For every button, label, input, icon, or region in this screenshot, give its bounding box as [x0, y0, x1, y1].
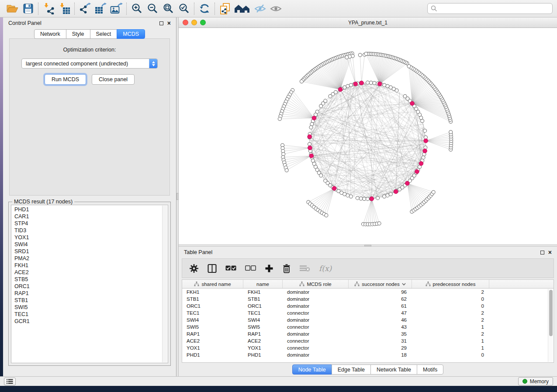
- cell-successor-nodes[interactable]: 31: [349, 338, 412, 344]
- cell-MCDS-role[interactable]: dominator: [283, 331, 349, 337]
- show-all-button[interactable]: [268, 2, 284, 16]
- column-header-MCDS-role[interactable]: MCDS role: [283, 280, 349, 288]
- close-panel-icon[interactable]: ×: [548, 250, 552, 254]
- mcds-result-item[interactable]: PHD1: [14, 206, 160, 213]
- cell-predecessor-nodes[interactable]: 2: [412, 331, 489, 337]
- close-panel-button[interactable]: Close panel: [92, 74, 135, 85]
- mcds-result-item[interactable]: STP4: [14, 220, 160, 227]
- mcds-result-item[interactable]: TID3: [14, 227, 160, 234]
- node-table-row[interactable]: PHD1PHD1dominator180: [182, 351, 554, 358]
- cell-predecessor-nodes[interactable]: 1: [412, 324, 489, 330]
- cell-name[interactable]: ACE2: [243, 338, 283, 344]
- duplicate-network-button[interactable]: [217, 2, 233, 16]
- cell-predecessor-nodes[interactable]: 2: [412, 310, 489, 316]
- cell-predecessor-nodes[interactable]: 0: [412, 296, 489, 302]
- column-view-button[interactable]: [208, 262, 217, 275]
- cell-MCDS-role[interactable]: dominator: [283, 296, 349, 302]
- mcds-result-item[interactable]: SWI5: [14, 304, 160, 311]
- cell-name[interactable]: ORC1: [243, 303, 283, 309]
- apply-layout-button[interactable]: [197, 2, 212, 16]
- cell-shared-name[interactable]: PHD1: [182, 352, 243, 358]
- node-table-row[interactable]: YOX1YOX1connector291: [182, 344, 554, 351]
- mcds-result-item[interactable]: FKH1: [14, 262, 160, 269]
- first-neighbors-button[interactable]: [233, 2, 252, 16]
- cell-name[interactable]: SWI4: [243, 317, 283, 323]
- splitter-grip[interactable]: [364, 245, 371, 247]
- cell-successor-nodes[interactable]: 43: [349, 324, 412, 330]
- cell-predecessor-nodes[interactable]: 0: [412, 303, 489, 309]
- tab-edge-table[interactable]: Edge Table: [332, 364, 371, 375]
- tab-node-table[interactable]: Node Table: [292, 364, 332, 375]
- cell-shared-name[interactable]: YOX1: [182, 345, 243, 351]
- network-view-canvas[interactable]: [179, 28, 557, 244]
- zoom-selected-button[interactable]: [176, 2, 192, 16]
- cell-shared-name[interactable]: STB1: [182, 296, 243, 302]
- table-scrollbar[interactable]: [548, 289, 553, 362]
- cell-predecessor-nodes[interactable]: 1: [412, 345, 489, 351]
- cell-predecessor-nodes[interactable]: 1: [412, 338, 489, 344]
- mcds-result-item[interactable]: ORC1: [14, 283, 160, 290]
- node-table-row[interactable]: ACE2ACE2connector311: [182, 337, 554, 344]
- cell-successor-nodes[interactable]: 96: [349, 289, 412, 295]
- cell-shared-name[interactable]: FKH1: [182, 289, 243, 295]
- cell-MCDS-role[interactable]: dominator: [283, 317, 349, 323]
- save-session-button[interactable]: [20, 2, 36, 16]
- run-mcds-button[interactable]: Run MCDS: [45, 74, 86, 85]
- node-table-row[interactable]: ORC1ORC1dominator610: [182, 303, 554, 309]
- mcds-result-item[interactable]: YOX1: [14, 234, 160, 241]
- scrollbar-thumb[interactable]: [549, 290, 553, 336]
- mcds-result-item[interactable]: RAP1: [14, 290, 160, 297]
- cell-shared-name[interactable]: RAP1: [182, 331, 243, 337]
- cell-successor-nodes[interactable]: 47: [349, 310, 412, 316]
- function-builder-button[interactable]: f(x): [319, 262, 332, 275]
- delete-column-button[interactable]: [282, 262, 291, 275]
- table-settings-button[interactable]: [189, 262, 199, 275]
- column-header-predecessor-nodes[interactable]: predecessor nodes: [412, 280, 489, 288]
- cell-name[interactable]: PHD1: [243, 352, 283, 358]
- node-table-row[interactable]: RAP1RAP1dominator352: [182, 330, 554, 337]
- cell-successor-nodes[interactable]: 61: [349, 303, 412, 309]
- cell-name[interactable]: STB1: [243, 296, 283, 302]
- cell-name[interactable]: SWI5: [243, 324, 283, 330]
- cell-shared-name[interactable]: SWI5: [182, 324, 243, 330]
- cell-MCDS-role[interactable]: dominator: [283, 352, 349, 358]
- cell-shared-name[interactable]: ACE2: [182, 338, 243, 344]
- hide-selected-button[interactable]: [252, 2, 268, 16]
- cell-predecessor-nodes[interactable]: 0: [412, 352, 489, 358]
- import-table-button[interactable]: [56, 2, 72, 16]
- cell-name[interactable]: RAP1: [243, 331, 283, 337]
- mcds-result-item[interactable]: STB1: [14, 297, 160, 304]
- open-file-button[interactable]: [4, 2, 20, 16]
- zoom-out-button[interactable]: [145, 2, 160, 16]
- node-table-row[interactable]: STB1STB1dominator620: [182, 296, 554, 303]
- search-input[interactable]: [440, 6, 549, 12]
- node-table-row[interactable]: FKH1FKH1dominator962: [182, 289, 554, 296]
- mcds-result-item[interactable]: STB5: [14, 276, 160, 283]
- export-network-button[interactable]: [77, 2, 93, 16]
- node-table-row[interactable]: SWI5SWI5connector431: [182, 323, 554, 330]
- zoom-fit-button[interactable]: [160, 2, 176, 16]
- close-panel-icon[interactable]: ×: [167, 21, 171, 25]
- mcds-list-scrollbar[interactable]: [162, 206, 167, 362]
- search-box[interactable]: [427, 3, 553, 14]
- mcds-result-item[interactable]: TEC1: [14, 311, 160, 318]
- mcds-result-item[interactable]: GCR1: [14, 318, 160, 325]
- float-panel-icon[interactable]: [159, 21, 163, 25]
- import-network-button[interactable]: [41, 2, 56, 16]
- cell-MCDS-role[interactable]: connector: [283, 310, 349, 316]
- cell-shared-name[interactable]: TEC1: [182, 310, 243, 316]
- tab-network[interactable]: Network: [34, 29, 66, 39]
- deselect-all-rows-button[interactable]: [245, 262, 256, 275]
- horizontal-splitter[interactable]: [179, 244, 557, 247]
- cell-MCDS-role[interactable]: connector: [283, 324, 349, 330]
- add-column-button[interactable]: [265, 262, 273, 275]
- mcds-result-item[interactable]: CAR1: [14, 213, 160, 220]
- node-table-row[interactable]: TEC1TEC1connector472: [182, 309, 554, 316]
- cell-name[interactable]: TEC1: [243, 310, 283, 316]
- cell-MCDS-role[interactable]: dominator: [283, 303, 349, 309]
- cell-predecessor-nodes[interactable]: 2: [412, 289, 489, 295]
- task-history-button[interactable]: [4, 378, 16, 385]
- optimization-criterion-select[interactable]: largest connected component (undirected): [21, 58, 158, 69]
- memory-button[interactable]: Memory: [518, 377, 553, 385]
- tab-motifs[interactable]: Motifs: [417, 364, 443, 375]
